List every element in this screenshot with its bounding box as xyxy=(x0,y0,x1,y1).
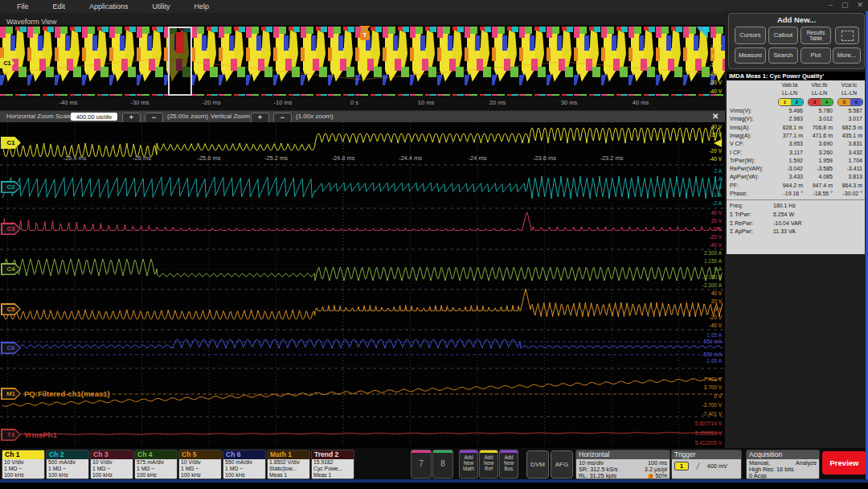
channel-badge-line: 100 kHz xyxy=(48,472,87,479)
menu-item-edit[interactable]: Edit xyxy=(41,2,78,10)
add-cursors-button[interactable]: Cursors xyxy=(735,27,766,44)
menu-items: FileEditApplicationsUtilityHelp xyxy=(5,2,221,10)
zoom-selection-window[interactable] xyxy=(168,27,192,96)
source-2: 2 xyxy=(791,99,803,105)
channel-marker-t3[interactable]: T3 xyxy=(1,429,21,441)
vertical-zoom-minus-button[interactable]: − xyxy=(273,113,292,123)
menu-item-utility[interactable]: Utility xyxy=(141,2,182,10)
channel-badge-ch-1[interactable]: Ch 110 V/div1 MΩ ~100 kHz xyxy=(2,450,45,479)
channel-badge-trend-2[interactable]: Trend 215.9182Cyc Powe...Meas 1 xyxy=(311,450,354,479)
overview-scale-label: -20 V xyxy=(688,71,722,76)
channel-marker-c3[interactable]: C3 xyxy=(1,223,21,235)
add-measure-button[interactable]: Measure xyxy=(735,47,766,64)
channel-marker-c5[interactable]: C5 xyxy=(1,303,21,315)
zoom-tool-button[interactable] xyxy=(835,27,859,44)
meas-value: 3.260 xyxy=(806,150,833,155)
channel-badge-line: 1 MΩ ~ xyxy=(4,466,43,472)
overview-scale-label: 20 V xyxy=(688,44,722,50)
add-new-math-button[interactable]: AddNewMath xyxy=(459,450,478,479)
source-pair-badge: 34 xyxy=(808,98,833,106)
channel-badge-ch-2[interactable]: Ch 2500 mA/div1 MΩ ~100 kHz xyxy=(46,450,89,479)
channel-badge-title: Ch 2 xyxy=(47,450,88,459)
channel-marker-label: C6 xyxy=(1,342,21,354)
trigger-position-marker[interactable]: T xyxy=(360,31,370,40)
channel-badge-line: 500 mA/div xyxy=(48,459,87,466)
menu-item-file[interactable]: File xyxy=(5,2,41,10)
horizontal-body: 10 ms/div100 msSR: 312.5 kS/s3.2 µs/ptRL… xyxy=(576,459,669,479)
scale-label-c4: -1.150 A xyxy=(675,274,722,280)
trigger-level-arrow[interactable] xyxy=(714,139,722,147)
meas-row-label: I CF: xyxy=(730,150,742,155)
preview-button[interactable]: Preview xyxy=(822,451,866,475)
add-more--button[interactable]: More... xyxy=(833,47,861,64)
add-results-table-button[interactable]: Results Table xyxy=(800,27,831,44)
channel-marker-c6[interactable]: C6 xyxy=(1,342,21,354)
channel-marker-c2[interactable]: C2 xyxy=(1,181,21,193)
channel-badge-math-1[interactable]: Math 11.8502 V/divStatic|low...Meas 1 xyxy=(267,450,310,479)
waveform-ch3 xyxy=(2,212,723,230)
meas-value: 5.780 xyxy=(806,108,833,113)
scale-label-m1: -3.700 V xyxy=(675,402,722,408)
maximize-icon[interactable]: ▢ xyxy=(841,1,849,9)
channel-marker-c4[interactable]: C4 xyxy=(1,263,21,275)
vertical-zoom-plus-button[interactable]: + xyxy=(251,113,269,123)
overview-channel-tag-c1: C1 xyxy=(0,58,14,68)
channel-badge-8[interactable]: 8 xyxy=(432,450,453,479)
waveform-view-tab[interactable]: Waveform View xyxy=(0,13,725,26)
channel-badge-line: 100 kHz xyxy=(4,472,43,479)
channel-badge-line: 1.8502 V/div xyxy=(269,459,308,466)
horizontal-zoom-minus-button[interactable]: − xyxy=(145,113,163,123)
waveform-ch5 xyxy=(2,289,723,319)
scale-label-c2: 1 A xyxy=(675,176,722,182)
waveform-main-view[interactable]: -26.4 ms-26 ms-25.6 ms-25.2 ms-24.8 ms-2… xyxy=(0,122,726,447)
overview-time-label: -10 ms xyxy=(267,99,299,106)
waveform-overview[interactable]: -40 ms-30 ms-20 ms-10 ms0 s10 ms20 ms30 … xyxy=(0,25,725,110)
horizontal-zoom-scale-input[interactable]: 400.00 us/div xyxy=(71,113,117,121)
trigger-source-badge[interactable]: 1 xyxy=(674,462,689,471)
meas-table-title[interactable]: IMDA Meas 1: Cyc Power Quality' xyxy=(727,72,865,80)
horizontal-zoom-plus-button[interactable]: + xyxy=(122,113,141,123)
channel-badge-ch-6[interactable]: Ch 6550 mA/div1 MΩ ~100 kHz xyxy=(223,450,266,479)
channel-marker-c1[interactable]: C1 xyxy=(1,137,21,149)
channel-badge-title: Ch 3 xyxy=(91,450,133,459)
main-time-label: -23.6 ms xyxy=(526,154,563,162)
channel-badge-line: 100 kHz xyxy=(92,472,131,479)
dvm-button[interactable]: DVM xyxy=(526,450,549,479)
zoom-close-icon[interactable]: ✕ xyxy=(712,112,719,121)
channel-badge-ch-4[interactable]: Ch 4575 mA/div1 MΩ ~100 kHz xyxy=(134,450,178,479)
menu-item-help[interactable]: Help xyxy=(182,2,222,10)
channel-marker-m1[interactable]: M1 xyxy=(1,388,21,400)
channel-badge-line: Cyc Powe... xyxy=(313,466,352,472)
meas-summary-label: Σ RePwr: xyxy=(730,220,753,226)
main-time-label: -26 ms xyxy=(124,154,161,162)
meas-value: 3.953 xyxy=(776,141,803,146)
overview-time-label: -20 ms xyxy=(195,99,227,106)
scale-label-c1: 20 V xyxy=(675,132,722,138)
channel-badge-ch-5[interactable]: Ch 510 V/div1 MΩ ~100 kHz xyxy=(178,450,222,479)
afg-button[interactable]: AFG xyxy=(551,450,573,479)
add-new-bus-button[interactable]: AddNewBus xyxy=(499,450,518,479)
add-new-ref-button[interactable]: AddNewRef xyxy=(479,450,498,479)
main-time-label: -24 ms xyxy=(459,154,496,162)
overview-scale-label: -30 V xyxy=(688,80,722,85)
add-search-button[interactable]: Search xyxy=(768,47,798,64)
channel-badge-7[interactable]: 7 xyxy=(411,450,432,479)
scale-label-c1: 40 V xyxy=(675,124,722,129)
channel-badge-title: Ch 1 xyxy=(2,450,44,459)
main-time-label: -24.4 ms xyxy=(392,154,429,162)
acquisition-panel[interactable]: AcquisitionManual,AnalyzeHigh Res: 16 bi… xyxy=(746,450,820,479)
channel-badge-ch-3[interactable]: Ch 310 V/div1 MΩ ~100 kHz xyxy=(90,450,133,479)
meas-summary-value: 5.254 W xyxy=(773,212,794,217)
minimize-icon[interactable]: – xyxy=(829,1,833,9)
trigger-panel[interactable]: Trigger1╱400 mV xyxy=(671,450,742,479)
zoom-window-content xyxy=(176,32,184,53)
add-callout-button[interactable]: Callout xyxy=(768,27,798,44)
scale-label-c2: -1 A xyxy=(675,192,722,198)
scale-label-c2: 0 A xyxy=(675,184,722,190)
close-icon[interactable]: ✕ xyxy=(857,1,863,9)
channel-marker-label: C1 xyxy=(1,137,21,149)
zoom-corner-handle-icon[interactable] xyxy=(696,27,708,39)
add-plot-button[interactable]: Plot xyxy=(800,47,831,64)
horizontal-panel[interactable]: Horizontal10 ms/div100 msSR: 312.5 kS/s3… xyxy=(575,450,670,479)
menu-item-applications[interactable]: Applications xyxy=(77,2,141,10)
